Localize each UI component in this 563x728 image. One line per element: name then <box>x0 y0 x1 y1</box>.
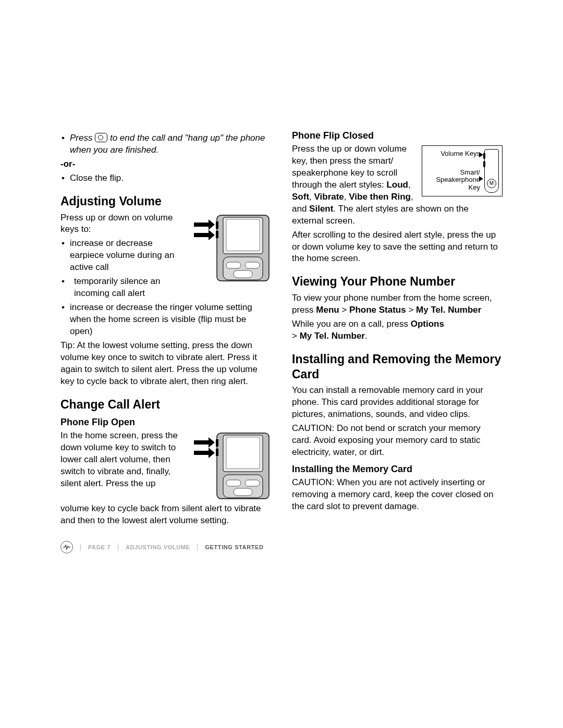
left-column: Press to end the call and "hang up" the … <box>60 130 271 529</box>
adjust-tip: Tip: At the lowest volume setting, press… <box>60 340 271 388</box>
adjust-item-1: increase or decrease earpiece volume dur… <box>60 238 271 274</box>
two-column-layout: Press to end the call and "hang up" the … <box>60 130 503 529</box>
alert-silent: Silent <box>309 204 333 214</box>
view-number-para-1: To view your phone number from the home … <box>292 292 503 316</box>
footer-logo-icon <box>60 541 73 553</box>
footer-section: ADJUSTING VOLUME <box>126 544 190 550</box>
flip-open-para-2: volume key to cycle back from silent ale… <box>60 503 271 527</box>
footer-separator <box>118 544 118 551</box>
svg-rect-18 <box>216 439 218 447</box>
adjust-item-3: increase or decrease the ringer volume s… <box>60 302 271 338</box>
menu-path-my-tel-number: My Tel. Number <box>300 331 365 341</box>
end-call-text-pre: Press <box>70 133 95 143</box>
label-volume-keys: Volume Keys <box>440 150 480 157</box>
flip-open-illustration <box>193 432 271 500</box>
svg-rect-17 <box>234 488 252 496</box>
svg-rect-8 <box>216 231 218 238</box>
end-call-list: Press to end the call and "hang up" the … <box>60 132 271 156</box>
text: > <box>406 305 416 315</box>
heading-change-call-alert: Change Call Alert <box>60 397 271 412</box>
footer-page-number: PAGE 7 <box>88 544 111 550</box>
text: , <box>344 192 349 202</box>
svg-marker-20 <box>194 437 215 448</box>
subheading-flip-closed: Phone Flip Closed <box>292 130 503 141</box>
alert-vibrate: Vibrate <box>314 192 344 202</box>
svg-rect-7 <box>216 221 218 229</box>
footer-chapter: GETTING STARTED <box>205 544 263 550</box>
subheading-installing-card: Installing the Memory Card <box>292 464 503 475</box>
heading-memory-card: Installing and Removing the Memory Card <box>292 352 503 382</box>
text: , <box>309 192 314 202</box>
text: > <box>292 331 300 341</box>
label-speakerphone-key: Smart/ Speakerphone Key <box>433 169 480 191</box>
side-button-icon <box>483 161 485 167</box>
svg-rect-15 <box>226 480 241 486</box>
memory-card-caution-2: CAUTION: When you are not actively inser… <box>292 477 503 513</box>
svg-rect-16 <box>245 480 260 486</box>
arrow-icon <box>479 176 483 181</box>
or-label: -or- <box>60 158 271 170</box>
close-flip-list: Close the flip. <box>60 172 271 184</box>
right-column: Phone Flip Closed Volume Keys Smart/ Spe… <box>292 130 503 529</box>
arrow-icon <box>479 152 483 157</box>
svg-rect-13 <box>226 437 260 468</box>
close-flip-bullet: Close the flip. <box>60 172 271 184</box>
text: , <box>408 180 411 190</box>
page-footer: PAGE 7 ADJUSTING VOLUME GETTING STARTED <box>60 541 264 553</box>
view-number-para-2: While you are on a call, press Options >… <box>292 318 503 342</box>
alert-soft: Soft <box>292 192 309 202</box>
menu-path-options: Options <box>411 319 444 329</box>
text: While you are on a call, press <box>292 319 411 329</box>
alert-loud: Loud <box>386 180 408 190</box>
alert-vibe-then-ring: Vibe then Ring <box>349 192 411 202</box>
flip-closed-para-2: After scrolling to the desired alert sty… <box>292 229 503 265</box>
manual-page: Press to end the call and "hang up" the … <box>0 0 563 728</box>
end-call-bullet: Press to end the call and "hang up" the … <box>60 132 271 156</box>
menu-path-menu: Menu <box>316 305 339 315</box>
memory-card-para-1: You can install a removable memory card … <box>292 385 503 421</box>
phone-side-illustration: M <box>484 149 499 193</box>
menu-path-phone-status: Phone Status <box>349 305 406 315</box>
svg-marker-9 <box>194 219 215 230</box>
footer-separator <box>80 544 81 551</box>
svg-rect-19 <box>216 449 218 456</box>
heading-view-phone-number: Viewing Your Phone Number <box>292 274 503 289</box>
side-button-icon <box>483 153 485 159</box>
motorola-logo-icon: M <box>487 179 496 188</box>
text: > <box>339 305 349 315</box>
adjust-item-2: temporarily silence an incoming call ale… <box>60 276 271 300</box>
footer-separator <box>197 544 198 551</box>
menu-path-my-tel-number: My Tel. Number <box>416 305 481 315</box>
svg-marker-21 <box>194 448 215 458</box>
flip-closed-illustration: Volume Keys Smart/ Speakerphone Key M <box>422 145 503 196</box>
text: . <box>365 331 368 341</box>
memory-card-caution-1: CAUTION: Do not bend or scratch your mem… <box>292 423 503 459</box>
adjust-list: increase or decrease earpiece volume dur… <box>60 238 271 338</box>
end-key-icon <box>95 133 107 142</box>
heading-adjusting-volume: Adjusting Volume <box>60 194 271 209</box>
subheading-flip-open: Phone Flip Open <box>60 417 271 428</box>
